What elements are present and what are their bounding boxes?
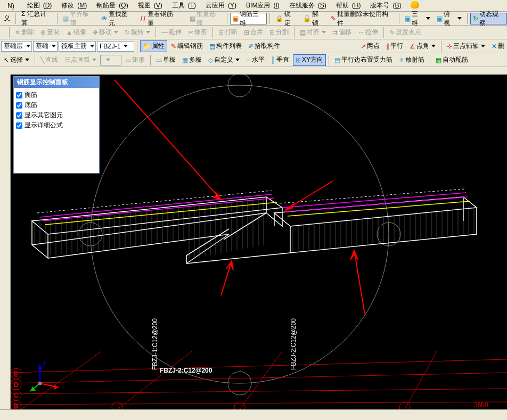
toolbar-main: 义 Σ 汇总计算 ▦ 平齐板顶 👁 查找图元 ꭍꭍ 查看钢筋量 ▦ 批量选择 ▣… <box>0 12 507 26</box>
svg-text:B: B <box>14 402 18 409</box>
define-button[interactable]: 义 <box>1 13 13 24</box>
svg-line-9 <box>21 351 101 409</box>
lock-button[interactable]: 🔒 锁定 <box>273 13 299 24</box>
svg-line-6 <box>11 373 507 383</box>
vertical-button[interactable]: ║ 垂直 <box>268 54 292 66</box>
find-element-button[interactable]: 👁 查找图元 <box>99 13 136 24</box>
sum-button[interactable]: Σ 汇总计算 <box>19 13 54 24</box>
parallel-edge-button[interactable]: ▤ 平行边布置受力筋 <box>332 54 395 66</box>
dimension-text: 3600 <box>474 401 488 409</box>
checkbox-show-formula[interactable]: 显示详细公式 <box>16 120 97 130</box>
orbit-button[interactable]: ↻ 动态观察 <box>470 13 507 24</box>
svg-line-25 <box>43 198 274 221</box>
horizontal-button[interactable]: ═ 水平 <box>243 54 267 66</box>
layer-dropdown[interactable]: 基础层 <box>1 41 32 52</box>
grip-icon <box>1 27 6 38</box>
merge-button: ⊞ 合并 <box>241 27 266 38</box>
rebar-label-2: FBZJ-2:C12@200 <box>290 318 297 370</box>
rotate-button: ↻ 旋转 <box>122 27 153 38</box>
two-point-button[interactable]: ↗ 两点 <box>358 40 382 52</box>
copy-button: ⊕ 复制 <box>38 27 62 38</box>
component-id-dropdown[interactable]: FBZJ-1 <box>97 41 134 52</box>
custom-button[interactable]: ◇ 自定义 <box>206 54 242 66</box>
svg-point-21 <box>112 402 122 409</box>
offset-button: ⇉ 偏移 <box>330 27 354 38</box>
extend-button: — 延伸 <box>159 27 184 38</box>
rebar-label-center: FBZJ-2:C12@200 <box>160 367 212 374</box>
trim-button: ✂ 修剪 <box>185 27 210 38</box>
rebar-display-panel[interactable]: 钢筋显示控制面板 面筋 底筋 显示其它图元 显示详细公式 <box>13 76 100 174</box>
category-dropdown[interactable]: 基础 <box>33 41 58 52</box>
left-edge <box>0 75 11 409</box>
batch-select-button: ▦ 批量选择 <box>187 13 224 24</box>
rect-button: ▭ 矩形 <box>122 54 148 66</box>
svg-line-38 <box>354 250 365 314</box>
split-button: ⊟ 分割 <box>267 27 291 38</box>
break-button: ⊟ 打断 <box>216 27 240 38</box>
blank-dropdown <box>100 55 121 65</box>
svg-marker-41 <box>38 365 42 369</box>
checkbox-bottom-bar[interactable]: 底筋 <box>16 100 97 110</box>
mirror-button: ▲ 镜像 <box>63 27 89 38</box>
component-list-button[interactable]: ▤ 构件列表 <box>207 40 244 52</box>
multi-slab-button[interactable]: ▦ 多板 <box>179 54 205 66</box>
align-button: ▤ 对齐 <box>297 27 329 38</box>
checkbox-top-bar[interactable]: 面筋 <box>16 90 97 100</box>
svg-line-8 <box>11 402 507 405</box>
auto-rebar-button[interactable]: ▦ 自动配筋 <box>433 54 471 66</box>
toolbar-component: 基础层 基础 筏板主筋 FBZJ-1 📁 属性 ✎ 编辑钢筋 ▤ 构件列表 ✐ … <box>0 39 507 53</box>
edit-rebar-button[interactable]: ✎ 编辑钢筋 <box>168 40 206 52</box>
batch-delete-button[interactable]: ✎ 批量删除未使用构件 <box>328 13 396 24</box>
flush-slab-button: ▦ 平齐板顶 <box>60 13 97 24</box>
top-view-button[interactable]: ▣ 俯视 <box>434 13 465 24</box>
single-slab-button[interactable]: ▭ 单板 <box>153 54 178 66</box>
svg-point-0 <box>91 85 389 383</box>
set-grip-button: ✎ 设置夹点 <box>387 27 424 38</box>
svg-line-5 <box>11 359 507 373</box>
svg-point-22 <box>234 402 245 409</box>
subtype-dropdown[interactable]: 筏板主筋 <box>59 41 96 52</box>
svg-line-36 <box>221 261 232 295</box>
svg-line-32 <box>115 80 221 200</box>
panel-body: 面筋 底筋 显示其它图元 显示详细公式 <box>14 88 99 173</box>
point-angle-button[interactable]: ∠ 点角 <box>407 40 438 52</box>
panel-title[interactable]: 钢筋显示控制面板 <box>14 77 99 88</box>
select-button[interactable]: ↖ 选择 <box>1 54 32 66</box>
svg-line-11 <box>240 351 282 409</box>
parallel-button[interactable]: ∥ 平行 <box>383 40 406 52</box>
rebar-3d-button[interactable]: ▣ 钢筋三维 <box>230 13 267 24</box>
svg-line-27 <box>285 197 468 212</box>
delete-axis-button[interactable]: ✕ 删 <box>489 40 507 52</box>
unlock-button[interactable]: 🔓 解锁 <box>300 13 327 24</box>
svg-text:D: D <box>14 381 19 389</box>
svg-line-7 <box>11 389 507 394</box>
rebar-label-1: FBZJ-1:C12@200 <box>151 318 159 370</box>
radial-button[interactable]: ✳ 放射筋 <box>396 54 427 66</box>
svg-rect-46 <box>38 382 42 385</box>
3d-view-button[interactable]: ▣ 三维 <box>402 13 433 24</box>
delete-button: ✕ 删除 <box>12 27 37 38</box>
menu-item[interactable]: N) <box>1 1 21 11</box>
svg-marker-39 <box>350 250 358 260</box>
three-point-axis-button[interactable]: ⊹ 三点辅轴 <box>444 40 488 52</box>
status-bar <box>0 409 507 420</box>
checkbox-show-other[interactable]: 显示其它图元 <box>16 110 97 120</box>
svg-line-29 <box>288 201 470 216</box>
attributes-button[interactable]: 📁 属性 <box>140 40 167 52</box>
stretch-button: ↔ 拉伸 <box>355 27 381 38</box>
svg-text:C: C <box>14 392 19 399</box>
toolbar-edit: ✕ 删除 ⊕ 复制 ▲ 镜像 ✥ 移动 ↻ 旋转 — 延伸 ✂ 修剪 ⊟ 打断 … <box>0 26 507 39</box>
xy-direction-button[interactable]: ⊞ XY方向 <box>293 54 326 66</box>
move-button: ✥ 移动 <box>90 27 121 38</box>
view-rebar-button[interactable]: ꭍꭍ 查看钢筋量 <box>137 13 181 24</box>
toolbar-draw: ↖ 选择 ╲ 直线 三点画弧 ▭ 矩形 ▭ 单板 ▦ 多板 ◇ 自定义 ═ 水平… <box>0 53 507 67</box>
line-button: ╲ 直线 <box>38 54 61 66</box>
pick-component-button[interactable]: ✐ 拾取构件 <box>246 40 283 52</box>
arc-button: 三点画弧 <box>62 54 99 66</box>
svg-text:Z: Z <box>42 361 46 369</box>
svg-text:E: E <box>14 370 18 378</box>
svg-point-1 <box>228 75 251 97</box>
svg-line-12 <box>405 351 437 409</box>
